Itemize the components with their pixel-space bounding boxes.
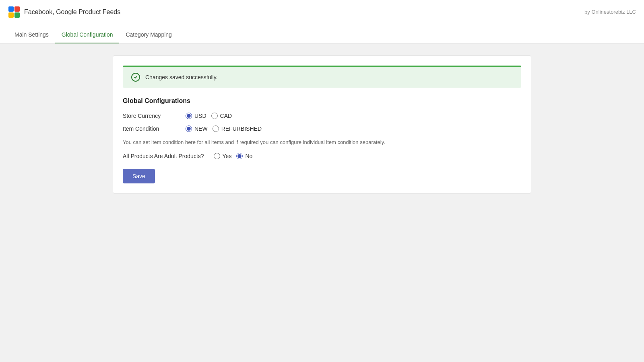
success-message: Changes saved successfully. [145, 74, 218, 80]
app-icon [8, 6, 20, 18]
app-title: Facebook, Google Product Feeds [24, 8, 120, 16]
tab-global-configuration[interactable]: Global Configuration [55, 27, 120, 43]
item-condition-radio-group: NEW REFURBISHED [186, 125, 262, 132]
tab-category-mapping[interactable]: Category Mapping [119, 27, 178, 43]
currency-usd-option[interactable]: USD [186, 113, 206, 119]
store-currency-label: Store Currency [123, 113, 179, 119]
adult-yes-option[interactable]: Yes [214, 153, 232, 159]
currency-cad-option[interactable]: CAD [211, 113, 232, 119]
adult-no-option[interactable]: No [236, 153, 252, 159]
adult-yes-label: Yes [223, 153, 232, 159]
adult-products-label: All Products Are Adult Products? [123, 153, 204, 159]
svg-rect-2 [14, 6, 20, 12]
store-currency-row: Store Currency USD CAD [123, 113, 521, 119]
condition-new-option[interactable]: NEW [186, 125, 208, 132]
condition-new-label: NEW [194, 125, 208, 132]
by-text: by Onlinestorebiz LLC [584, 9, 636, 15]
item-condition-label: Item Condition [123, 125, 179, 132]
helper-text: You can set item condition here for all … [123, 138, 521, 146]
condition-refurbished-label: REFURBISHED [221, 125, 262, 132]
tab-main-settings[interactable]: Main Settings [8, 27, 55, 43]
content-area: Changes saved successfully. Global Confi… [0, 43, 644, 362]
condition-refurbished-option[interactable]: REFURBISHED [213, 125, 262, 132]
main-card: Changes saved successfully. Global Confi… [113, 56, 531, 193]
adult-products-row: All Products Are Adult Products? Yes No [123, 153, 521, 159]
success-icon [131, 72, 140, 82]
svg-rect-3 [8, 12, 14, 18]
currency-usd-label: USD [194, 113, 206, 119]
adult-products-radio-group: Yes No [214, 153, 253, 159]
success-banner: Changes saved successfully. [123, 66, 521, 88]
currency-cad-label: CAD [220, 113, 232, 119]
store-currency-radio-group: USD CAD [186, 113, 232, 119]
section-title: Global Configurations [123, 97, 521, 105]
header: Facebook, Google Product Feeds by Online… [0, 0, 644, 24]
item-condition-row: Item Condition NEW REFURBISHED [123, 125, 521, 132]
svg-rect-4 [14, 12, 20, 18]
svg-rect-1 [8, 6, 14, 12]
adult-no-label: No [245, 153, 252, 159]
tabs-bar: Main Settings Global Configuration Categ… [0, 24, 644, 43]
save-button[interactable]: Save [123, 169, 155, 183]
